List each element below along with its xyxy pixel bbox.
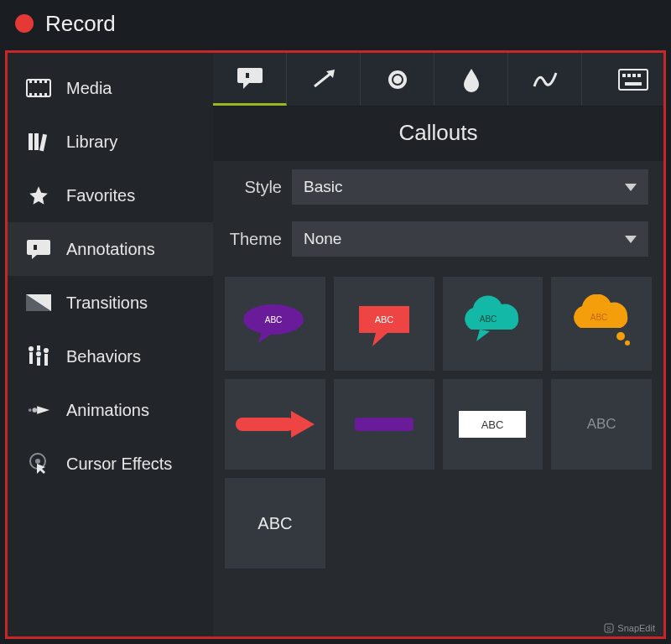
- tab-shape[interactable]: [361, 53, 434, 106]
- tab-blur[interactable]: [434, 53, 508, 106]
- sidebar-item-label: Animations: [66, 401, 149, 420]
- svg-marker-48: [372, 333, 388, 346]
- books-icon: [26, 132, 51, 152]
- sidebar-item-label: Favorites: [66, 186, 135, 205]
- film-icon: [26, 78, 51, 98]
- callout-tile-speech-oval[interactable]: ABC: [225, 277, 325, 371]
- svg-text:S: S: [607, 625, 611, 632]
- svg-rect-5: [29, 93, 32, 96]
- svg-point-24: [29, 408, 32, 412]
- tab-sketch[interactable]: [508, 53, 582, 106]
- svg-rect-55: [236, 418, 294, 431]
- callout-grid: ABC ABC ABC: [213, 265, 663, 580]
- sidebar-item-transitions[interactable]: Transitions: [8, 276, 213, 330]
- svg-rect-42: [637, 74, 641, 77]
- svg-point-53: [625, 340, 630, 345]
- svg-text:ABC: ABC: [265, 315, 283, 325]
- svg-rect-1: [29, 80, 32, 83]
- callout-tile-thought-cloud[interactable]: ABC: [551, 277, 652, 371]
- svg-rect-32: [246, 73, 249, 78]
- theme-value: None: [304, 230, 341, 248]
- sidebar-item-behaviors[interactable]: Behaviors: [8, 330, 213, 383]
- record-icon[interactable]: [15, 14, 34, 33]
- callout-tile-cloud[interactable]: ABC: [443, 277, 544, 371]
- svg-rect-9: [29, 133, 33, 150]
- callout-tile-text[interactable]: ABC: [225, 478, 325, 569]
- svg-marker-26: [37, 406, 49, 413]
- svg-rect-6: [34, 93, 37, 96]
- tab-keyboard[interactable]: [582, 53, 663, 106]
- tab-arrow[interactable]: [287, 53, 361, 106]
- svg-text:ABC: ABC: [590, 313, 608, 322]
- topbar: Record: [0, 0, 671, 47]
- svg-point-25: [33, 408, 38, 413]
- svg-rect-14: [34, 245, 37, 250]
- callout-tile-text-dim[interactable]: ABC: [551, 379, 652, 470]
- svg-rect-39: [622, 74, 626, 77]
- annotation-type-tabs: [213, 53, 663, 106]
- behaviors-icon: [26, 346, 51, 366]
- sidebar-item-cursor-effects[interactable]: Cursor Effects: [8, 437, 213, 491]
- svg-rect-30: [237, 68, 263, 83]
- callout-tile-rect-label[interactable]: ABC: [443, 379, 544, 470]
- svg-rect-40: [627, 74, 631, 77]
- svg-rect-7: [39, 93, 42, 96]
- style-label: Style: [228, 178, 282, 197]
- theme-label: Theme: [228, 230, 282, 249]
- svg-line-33: [315, 73, 331, 86]
- svg-point-19: [36, 351, 41, 356]
- annotation-callout-icon: [26, 239, 51, 259]
- sidebar-item-animations[interactable]: Animations: [8, 383, 213, 437]
- svg-rect-57: [355, 418, 414, 431]
- svg-rect-41: [632, 74, 636, 77]
- panel-title: Callouts: [213, 106, 663, 161]
- svg-rect-10: [34, 133, 39, 150]
- svg-rect-11: [39, 134, 47, 152]
- callout-tile-bar[interactable]: [334, 379, 434, 470]
- sidebar-item-label: Behaviors: [66, 347, 141, 366]
- sidebar-item-label: Transitions: [66, 293, 148, 313]
- sidebar-item-library[interactable]: Library: [8, 115, 213, 169]
- main-frame: Media Library Favorites Annotations Tran: [5, 50, 666, 639]
- svg-rect-3: [39, 80, 42, 83]
- main-panel: Callouts Style Basic Theme None ABC: [213, 53, 663, 636]
- svg-rect-12: [27, 240, 50, 255]
- sidebar-item-annotations[interactable]: Annotations: [8, 222, 213, 276]
- svg-rect-18: [29, 352, 33, 364]
- svg-marker-13: [32, 254, 38, 259]
- style-dropdown[interactable]: Basic: [292, 169, 648, 205]
- style-value: Basic: [304, 178, 342, 196]
- animations-icon: [26, 400, 51, 420]
- sidebar-item-favorites[interactable]: Favorites: [8, 169, 213, 222]
- tile-text: ABC: [257, 514, 292, 533]
- svg-rect-2: [34, 80, 37, 83]
- callout-tile-arrow[interactable]: [225, 379, 325, 470]
- cursor-effects-icon: [26, 454, 51, 474]
- sidebar-item-label: Cursor Effects: [66, 454, 172, 474]
- tab-callout[interactable]: [213, 53, 287, 106]
- svg-text:ABC: ABC: [481, 418, 504, 431]
- star-icon: [26, 185, 51, 205]
- svg-marker-31: [243, 82, 250, 89]
- sidebar-item-label: Annotations: [66, 240, 155, 259]
- svg-text:ABC: ABC: [374, 314, 393, 325]
- sidebar-item-label: Library: [66, 132, 117, 152]
- svg-rect-4: [44, 80, 47, 83]
- callout-tile-speech-rect[interactable]: ABC: [334, 277, 434, 371]
- svg-rect-38: [619, 70, 648, 90]
- svg-point-52: [616, 332, 625, 340]
- theme-dropdown[interactable]: None: [292, 221, 648, 257]
- chevron-down-icon: [625, 184, 637, 191]
- svg-marker-56: [291, 411, 315, 438]
- svg-point-17: [29, 346, 34, 351]
- svg-point-22: [44, 348, 49, 353]
- svg-point-37: [393, 75, 402, 84]
- svg-rect-43: [625, 82, 642, 86]
- style-row: Style Basic: [213, 161, 663, 213]
- svg-rect-20: [37, 345, 40, 351]
- record-label[interactable]: Record: [45, 11, 116, 37]
- theme-row: Theme None: [213, 213, 663, 265]
- svg-rect-21: [37, 357, 40, 366]
- watermark: S SnapEdit: [604, 623, 655, 633]
- sidebar-item-media[interactable]: Media: [8, 61, 213, 115]
